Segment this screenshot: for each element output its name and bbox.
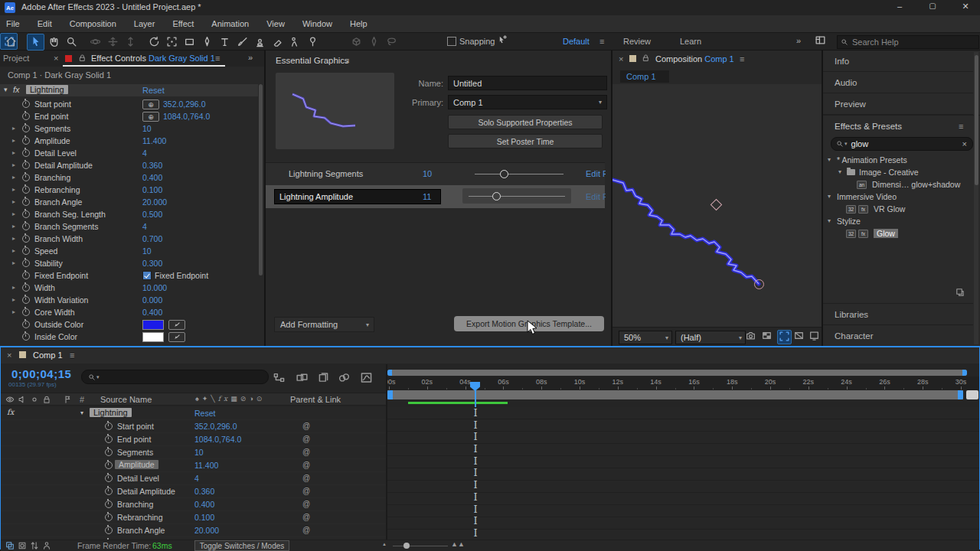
stopwatch-icon[interactable] <box>22 321 30 328</box>
composition-viewer[interactable] <box>612 84 822 327</box>
eg-rename-input[interactable]: Lightning Amplitude <box>274 189 441 204</box>
pen-tool-icon[interactable] <box>199 34 215 50</box>
effect-property-row[interactable]: ▸Speed10 <box>0 245 258 257</box>
property-value[interactable]: 10 <box>142 124 152 133</box>
essential-graphics-title[interactable]: Essential Graphics <box>276 56 349 65</box>
stopwatch-icon[interactable] <box>22 198 30 206</box>
toggle-inout-pane-icon[interactable] <box>30 541 39 551</box>
menu-window[interactable]: Window <box>302 19 342 28</box>
stopwatch-icon[interactable] <box>22 247 30 255</box>
add-formatting-select[interactable]: Add Formatting ▾ <box>274 317 374 332</box>
effect-property-row[interactable]: ▸Branch Seg. Length0.500 <box>0 208 258 220</box>
pick-whip-icon[interactable]: @ <box>302 500 310 508</box>
property-value[interactable]: 0.400 <box>142 308 162 317</box>
expand-chevron-icon[interactable]: ▸ <box>12 296 15 303</box>
expand-chevron-icon[interactable]: ▸ <box>12 198 15 205</box>
expand-chevron-icon[interactable]: ▸ <box>12 308 15 315</box>
pick-whip-icon[interactable]: @ <box>302 487 310 495</box>
stopwatch-icon[interactable] <box>105 461 113 469</box>
effect-property-row[interactable]: Inside Color <box>0 331 258 343</box>
collapse-chevron-icon[interactable]: ▾ <box>80 409 83 416</box>
lasso-tool-icon[interactable] <box>384 34 400 50</box>
mask-pen-tool-icon[interactable] <box>366 34 382 50</box>
rotate-tool-icon[interactable] <box>146 34 162 50</box>
navigator-end-handle[interactable] <box>962 370 967 376</box>
tree-item[interactable]: ▾Immersive Video <box>823 191 973 203</box>
property-value[interactable]: 352.0,296.0 <box>194 422 237 431</box>
eg-row-amplitude[interactable]: Lightning Amplitude 11 Edit Range <box>266 185 605 208</box>
effect-property-row[interactable]: End point⊕1084.0,764.0 <box>0 110 258 122</box>
tree-chevron-icon[interactable]: ▾ <box>828 217 831 224</box>
stopwatch-icon[interactable] <box>22 333 30 341</box>
stopwatch-icon[interactable] <box>22 284 30 292</box>
comp-marker-bin[interactable] <box>966 390 978 399</box>
slider-knob[interactable] <box>500 170 508 178</box>
toggle-transfer-pane-icon[interactable] <box>18 541 27 551</box>
close-button[interactable]: ✕ <box>954 2 977 11</box>
slider-knob[interactable] <box>492 192 501 201</box>
fixed-endpoint-checkbox[interactable] <box>142 271 152 280</box>
property-value[interactable]: 4 <box>142 148 147 158</box>
property-value[interactable]: 0.700 <box>142 234 162 243</box>
tree-item[interactable]: 32fxVR Glow <box>823 203 973 215</box>
solo-supported-properties-button[interactable]: Solo Supported Properties <box>448 115 603 129</box>
stopwatch-icon[interactable] <box>105 500 113 508</box>
timeline-property-row[interactable]: End point1084.0,764.0@ <box>1 433 387 446</box>
stopwatch-icon[interactable] <box>22 112 30 120</box>
panel-tab-character[interactable]: Character <box>823 324 973 346</box>
color-swatch[interactable] <box>142 332 164 342</box>
video-eye-icon[interactable] <box>5 395 15 406</box>
effect-property-row[interactable]: ▸Segments10 <box>0 122 258 135</box>
property-value[interactable]: 11.400 <box>142 136 166 145</box>
property-value[interactable]: 0.300 <box>142 259 162 268</box>
timeline-property-row[interactable]: Start point352.0,296.0@ <box>1 420 387 433</box>
region-of-interest-icon[interactable] <box>777 330 792 344</box>
tree-item[interactable]: ▾Image - Creative <box>823 166 973 178</box>
stopwatch-icon[interactable] <box>22 259 30 267</box>
property-value[interactable]: 352.0,296.0 <box>163 99 205 109</box>
tree-chevron-icon[interactable]: ▾ <box>828 193 831 200</box>
timeline-close-icon[interactable]: × <box>7 350 11 360</box>
workspace-review-tab[interactable]: Review <box>623 37 651 46</box>
puppet-pin-tool-icon[interactable] <box>305 34 321 50</box>
search-help-field[interactable]: Search Help <box>837 35 979 49</box>
expand-chevron-icon[interactable]: ▸ <box>12 149 15 156</box>
panel-tab-preview[interactable]: Preview <box>823 93 973 115</box>
stopwatch-icon[interactable] <box>22 296 30 304</box>
stamp-tool-icon[interactable] <box>252 34 268 50</box>
eyedropper-icon[interactable] <box>168 332 185 342</box>
property-value[interactable]: 10.000 <box>142 283 167 292</box>
timeline-property-row[interactable]: Detail Amplitude0.360@ <box>1 485 387 498</box>
workspace-menu-icon[interactable]: ≡ <box>599 37 604 46</box>
primary-comp-select[interactable]: Comp 1 ▾ <box>448 95 607 109</box>
column-source-name[interactable]: Source Name <box>100 395 152 404</box>
eg-slider[interactable] <box>475 174 564 174</box>
timeline-search-field[interactable]: ▾ <box>81 370 269 384</box>
tree-item-label[interactable]: VR Glow <box>874 204 905 214</box>
collapse-chevron-icon[interactable]: ▾ <box>4 86 8 93</box>
toggle-render-pane-icon[interactable] <box>42 541 51 551</box>
resolution-select[interactable]: (Half) ▾ <box>675 331 746 344</box>
expand-chevron-icon[interactable]: ▸ <box>12 125 15 132</box>
layer-switches-icons[interactable]: ♠✦╲fx▦⊘◑⊙ <box>195 395 265 403</box>
tree-chevron-icon[interactable]: ▾ <box>828 156 831 163</box>
effects-presets-title[interactable]: Effects & Presets <box>835 122 902 131</box>
property-value[interactable]: 0.100 <box>142 185 162 194</box>
timeline-zoom-slider[interactable] <box>393 546 448 546</box>
work-area-start-handle[interactable] <box>387 390 393 399</box>
snapping-checkbox[interactable] <box>447 37 456 47</box>
set-poster-time-button[interactable]: Set Poster Time <box>448 134 603 148</box>
effect-property-row[interactable]: ▸Width10.000 <box>0 282 258 294</box>
timeline-property-row[interactable]: Detail Level4@ <box>1 472 387 485</box>
magnification-select[interactable]: 50% ▾ <box>619 331 672 344</box>
effect-property-row[interactable]: ▸Amplitude11.400 <box>0 135 258 147</box>
effect-property-row[interactable]: ▸Detail Amplitude0.360 <box>0 159 258 171</box>
stopwatch-icon[interactable] <box>22 149 30 157</box>
expand-chevron-icon[interactable]: ▸ <box>12 223 15 230</box>
menu-composition[interactable]: Composition <box>70 19 126 28</box>
effect-property-row[interactable]: Outside Color <box>0 318 258 331</box>
tab-overflow-chevrons[interactable]: » <box>248 53 253 62</box>
tree-item[interactable]: 32fxGlow <box>823 227 973 240</box>
property-value[interactable]: 10 <box>194 448 204 457</box>
zoom-in-mountain-icon[interactable]: ▲▲ <box>451 540 465 548</box>
